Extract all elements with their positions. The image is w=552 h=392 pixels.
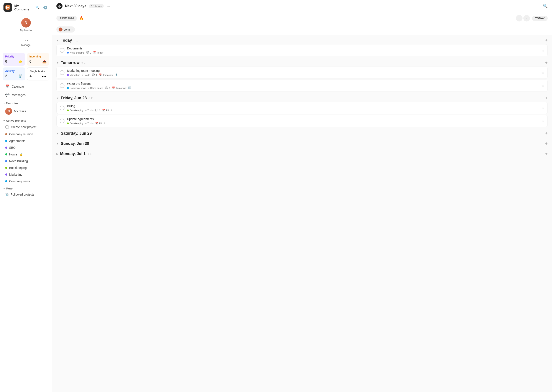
active-projects-chevron[interactable]: ▾ [3, 119, 5, 122]
day-section-1: ▼Tomorrow○ 2+Marketing team meetingMarke… [57, 57, 548, 92]
company-name: My Company [14, 4, 32, 11]
sidebar-project-bookkeeping[interactable]: Bookkeeping [2, 165, 50, 171]
create-project-item[interactable]: + Create new project [2, 124, 50, 131]
priority-card[interactable]: Priority 0 ⭐ [3, 53, 25, 66]
activity-card[interactable]: Activity 2 📡 [3, 67, 25, 80]
prev-arrow[interactable]: ‹ [516, 15, 523, 21]
day-title: Sunday, Jun 30 [61, 141, 89, 146]
followed-projects-item[interactable]: 📡 Followed projects [2, 191, 50, 198]
next-arrow[interactable]: › [523, 15, 530, 21]
day-chevron[interactable]: ▶ [57, 152, 58, 155]
day-chevron[interactable]: ▼ [57, 142, 59, 145]
task-checkbox[interactable] [60, 105, 65, 110]
settings-button[interactable]: ⚙️ [42, 5, 48, 10]
day-chevron[interactable]: ▼ [57, 39, 59, 42]
sidebar-project-home[interactable]: Home🔒 [2, 151, 50, 158]
header-search-button[interactable]: 🔍 [543, 4, 548, 8]
task-checkbox[interactable] [60, 70, 65, 75]
days-container: ▼Today○ 1+DocumentsNova Building💬2📅Today… [57, 35, 548, 158]
meta-value: Fri [99, 122, 102, 125]
task-row[interactable]: DocumentsNova Building💬2📅Today☆ [57, 44, 548, 56]
task-title: Marketing team meeting [67, 69, 539, 72]
sidebar-project-agreements[interactable]: Agreements [2, 138, 50, 144]
task-meta-item: ≡Office space [88, 87, 103, 89]
meta-value: 1 [109, 87, 110, 89]
project-dot [5, 160, 7, 162]
sidebar-item-my-tasks[interactable]: N My tasks [2, 106, 50, 116]
task-row[interactable]: BillingBookkeeping≡To-do💬1📅Fri$☆ [57, 102, 548, 114]
meta-icon: $ [103, 122, 105, 125]
add-task-button[interactable]: + [545, 141, 548, 146]
day-count: ○ 2 [81, 61, 86, 64]
meta-value: 2 [90, 51, 91, 54]
activity-label: Activity [5, 70, 22, 73]
day-chevron[interactable]: ▼ [57, 97, 59, 100]
meta-value: To-do [87, 122, 93, 125]
project-dot [5, 153, 7, 155]
sidebar-project-company-news[interactable]: Company news [2, 178, 50, 184]
messages-nav[interactable]: 💬 Messages [2, 91, 50, 99]
favorites-more-button[interactable]: ··· [46, 101, 48, 105]
task-star-button[interactable]: ☆ [541, 119, 545, 123]
user-filter-tag[interactable]: J John × [57, 27, 75, 33]
day-title: Monday, Jul 1 [60, 152, 86, 156]
task-checkbox[interactable] [60, 83, 65, 88]
sidebar-project-marketing[interactable]: Marketing [2, 171, 50, 178]
day-header-5[interactable]: ▶Monday, Jul 1○ 1+ [57, 148, 548, 158]
add-task-button[interactable]: + [545, 151, 548, 156]
task-checkbox[interactable] [60, 48, 65, 53]
filter-user-name: John [64, 28, 70, 31]
day-chevron[interactable]: ▼ [57, 132, 59, 135]
task-checkbox[interactable] [60, 119, 65, 123]
task-row[interactable]: Water the flowersCompany news≡Office spa… [57, 80, 548, 92]
task-star-button[interactable]: ☆ [541, 48, 545, 52]
project-color-dot [67, 110, 69, 111]
task-star-button[interactable]: ☆ [541, 71, 545, 75]
add-task-button[interactable]: + [545, 60, 548, 65]
active-projects-more-button[interactable]: ··· [46, 119, 48, 123]
add-task-button[interactable]: + [545, 96, 548, 101]
search-button[interactable]: 🔍 [35, 5, 41, 10]
meta-icon: 💬 [105, 86, 108, 89]
task-meta-item: ≡To-do [85, 109, 93, 112]
month-selector[interactable]: JUNE 2024 [57, 16, 77, 21]
avatar[interactable]: N [21, 18, 31, 28]
day-header-0[interactable]: ▼Today○ 1+ [57, 35, 548, 44]
task-meta-item: 🎙️ [115, 73, 118, 76]
meta-icon: 🎙️ [115, 73, 118, 76]
tasks-scroll-area: ▼Today○ 1+DocumentsNova Building💬2📅Today… [52, 35, 552, 392]
more-chevron[interactable]: ▾ [3, 187, 5, 190]
task-row[interactable]: Marketing team meetingMarketing≡To-do💬1📅… [57, 67, 548, 79]
add-task-button[interactable]: + [545, 131, 548, 136]
day-count: ○ 1 [74, 39, 78, 42]
day-header-2[interactable]: ▼Friday, Jun 28○ 2+ [57, 93, 548, 102]
day-section-5: ▶Monday, Jul 1○ 1+ [57, 148, 548, 158]
sidebar-project-nova-building[interactable]: Nova Building [2, 158, 50, 164]
single-tasks-card[interactable]: Single tasks 4 ●●● [27, 67, 50, 80]
project-dot [5, 174, 7, 176]
day-header-1[interactable]: ▼Tomorrow○ 2+ [57, 57, 548, 67]
user-section: N My Nozbe [0, 15, 52, 34]
task-title: Documents [67, 47, 539, 50]
flame-icon[interactable]: 🔥 [79, 16, 84, 21]
day-header-4[interactable]: ▼Sunday, Jun 30+ [57, 138, 548, 147]
filter-bar: J John × [52, 24, 552, 35]
calendar-nav[interactable]: 📅 Calendar [2, 82, 50, 91]
remove-filter-button[interactable]: × [71, 28, 73, 31]
task-star-button[interactable]: ☆ [541, 84, 545, 88]
add-task-button[interactable]: + [545, 38, 548, 43]
activity-count: 2 [5, 74, 7, 78]
project-color-dot [67, 52, 69, 54]
today-button[interactable]: TODAY [532, 16, 548, 21]
project-dot [5, 180, 7, 182]
day-chevron[interactable]: ▼ [57, 61, 59, 64]
manage-button[interactable]: ··· Manage [19, 36, 33, 48]
day-header-3[interactable]: ▼Saturday, Jun 29+ [57, 128, 548, 137]
incoming-card[interactable]: Incoming 0 📥 [27, 53, 50, 66]
header-more-button[interactable]: ··· [107, 4, 110, 8]
sidebar-project-company-reunion[interactable]: Company reunion [2, 131, 50, 137]
favorites-chevron[interactable]: ▾ [3, 102, 5, 105]
task-row[interactable]: Update agreementsBookkeeping≡To-do📅Fri$☆ [57, 115, 548, 127]
task-star-button[interactable]: ☆ [541, 106, 545, 110]
sidebar-project-seo[interactable]: SEO [2, 144, 50, 151]
